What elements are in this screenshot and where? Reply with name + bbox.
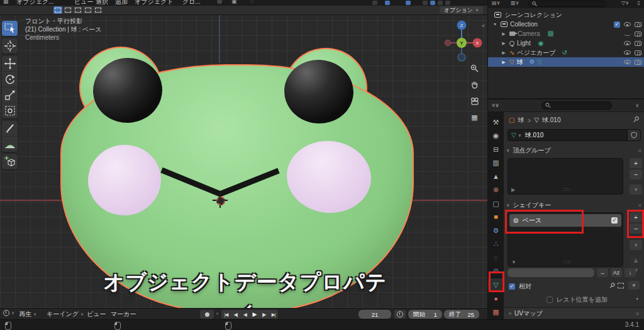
tab-world[interactable]: ⊕: [488, 183, 504, 196]
breadcrumb-object[interactable]: 球: [518, 116, 524, 125]
tool-annotate[interactable]: [2, 121, 18, 137]
outliner-row-collection[interactable]: ▼ Collection ✓: [488, 20, 644, 29]
snap-magnet-icon[interactable]: ▣: [231, 0, 237, 4]
clear-shape-keys-button[interactable]: ×: [628, 281, 640, 290]
filter-dropdown-icon[interactable]: ∨: [635, 103, 639, 108]
panel-grip-icon[interactable]: ≡: [636, 310, 640, 317]
outliner-row-scene-collection[interactable]: シーンコレクション: [488, 10, 644, 20]
resize-grip-icon[interactable]: ∷∷: [564, 187, 571, 193]
editor-type-icon[interactable]: ▤∨: [492, 0, 500, 6]
data-name-field[interactable]: ▽ ∨ 球.010: [508, 129, 641, 141]
show-gizmo-icon[interactable]: [385, 1, 390, 5]
rest-position-checkbox[interactable]: ✓: [547, 297, 553, 303]
tab-modifiers[interactable]: ⚙: [488, 224, 504, 237]
sort-alphabetical-button[interactable]: Az: [611, 268, 622, 277]
menu-object[interactable]: オブジェクト: [135, 0, 173, 6]
perspective-toggle-button[interactable]: ▦: [468, 111, 481, 124]
shape-key-value-slider[interactable]: [508, 268, 594, 277]
shape-keys-panel-header[interactable]: ∨ シェイプキー ≡: [506, 201, 642, 210]
tool-transform[interactable]: [2, 103, 18, 118]
editor-type-icon[interactable]: ≡∨: [492, 102, 499, 108]
outliner-search-input[interactable]: [528, 1, 606, 7]
tab-tool[interactable]: ⚒: [488, 116, 504, 128]
pin-icon[interactable]: [633, 116, 640, 123]
vertex-groups-panel-header[interactable]: ∨ 頂点グループ ≡: [506, 146, 642, 155]
collection-checkbox[interactable]: ✓: [614, 21, 620, 28]
outliner-row-bezier-curve[interactable]: ▶ ∿ ベジエカーブ ↺: [488, 48, 644, 57]
display-mode-icon[interactable]: ▥∨: [511, 0, 519, 6]
tool-move[interactable]: [2, 56, 18, 72]
expand-arrow-icon[interactable]: ▶: [501, 60, 507, 65]
tool-measure[interactable]: [2, 137, 18, 152]
proportional-edit-icon[interactable]: ◌: [250, 0, 253, 4]
render-visibility-icon[interactable]: [635, 22, 641, 27]
jump-to-end-button[interactable]: ▶|: [269, 312, 278, 317]
remove-vertex-group-button[interactable]: −: [630, 169, 642, 179]
tool-cursor[interactable]: [2, 38, 18, 54]
select-mode-new[interactable]: [53, 6, 62, 14]
relative-checkbox[interactable]: ✓: [509, 283, 515, 290]
blend-range-button[interactable]: ↔: [597, 268, 608, 277]
tool-add-cube[interactable]: [2, 154, 18, 169]
select-mode-extend[interactable]: [64, 6, 72, 14]
vertex-group-mask-icon[interactable]: [618, 283, 624, 288]
tab-render[interactable]: ◉: [488, 129, 504, 142]
select-mode-subtract[interactable]: [74, 6, 82, 14]
shading-solid-icon[interactable]: [430, 1, 435, 5]
navigation-gizmo[interactable]: Z X Y: [443, 18, 483, 62]
shading-rendered-icon[interactable]: [445, 1, 450, 5]
tool-scale[interactable]: [2, 88, 18, 103]
menu-select[interactable]: 選択: [96, 0, 108, 6]
shading-material-icon[interactable]: [438, 1, 443, 5]
options-dropdown[interactable]: オプション ∨: [440, 6, 483, 14]
eye-visibility-icon[interactable]: [624, 60, 631, 64]
properties-search-input[interactable]: [541, 101, 612, 110]
use-preview-range-button[interactable]: [394, 310, 406, 319]
tab-view-layer[interactable]: ▥: [488, 156, 504, 169]
select-mode-invert[interactable]: [84, 6, 92, 14]
eye-visibility-icon[interactable]: [624, 50, 631, 55]
panel-grip-icon[interactable]: ≡: [638, 202, 642, 208]
tool-rotate[interactable]: [2, 72, 18, 88]
filter-expand-icon[interactable]: ▼: [511, 259, 516, 265]
render-visibility-icon[interactable]: [635, 60, 641, 65]
expand-arrow-icon[interactable]: ▶: [501, 41, 507, 46]
resize-grip-icon[interactable]: ∷∷: [564, 259, 572, 265]
next-keyframe-button[interactable]: |▶: [259, 312, 269, 317]
move-down-button[interactable]: ↓: [625, 268, 636, 277]
object-visibility-icon[interactable]: [372, 1, 377, 5]
render-visibility-icon[interactable]: [635, 41, 641, 46]
eye-visibility-icon[interactable]: [624, 22, 631, 26]
play-reverse-button[interactable]: ◀: [240, 312, 250, 317]
frame-start-field[interactable]: 開始 1: [408, 310, 442, 319]
menu-timeline-view[interactable]: ビュー: [87, 310, 106, 319]
expand-arrow-icon[interactable]: ▶: [501, 50, 507, 55]
transform-orientation-select[interactable]: グロ...: [182, 0, 201, 6]
auto-keyframe-button[interactable]: [200, 310, 214, 319]
eye-closed-icon[interactable]: [624, 32, 631, 36]
filter-icon[interactable]: ▽∨: [621, 0, 629, 6]
menu-keying[interactable]: キーイング∨: [47, 310, 84, 319]
shading-wireframe-icon[interactable]: [423, 1, 428, 5]
tab-material[interactable]: ●: [488, 292, 504, 305]
menu-marker[interactable]: マーカー: [111, 310, 136, 319]
outliner-row-light[interactable]: ▶ Light ◉: [488, 38, 644, 48]
current-frame-field[interactable]: 21: [358, 310, 391, 319]
3d-viewport[interactable]: フロント・平行投影 (21) Collection | 球 : ベース Cent…: [0, 15, 487, 308]
jump-to-start-button[interactable]: |◀: [221, 312, 231, 317]
menu-view[interactable]: ビュー: [74, 0, 93, 6]
shape-key-specials-button[interactable]: ∨: [630, 240, 642, 250]
tab-particles[interactable]: ∴: [488, 237, 504, 250]
gizmo-minus-z-axis[interactable]: [458, 54, 465, 61]
tab-physics[interactable]: ◌: [488, 251, 504, 264]
tab-collection[interactable]: ▢: [488, 197, 504, 210]
add-vertex-group-button[interactable]: +: [630, 158, 642, 168]
eye-visibility-icon[interactable]: [624, 41, 631, 45]
frame-end-field[interactable]: 終了 25: [444, 310, 479, 319]
fake-user-button[interactable]: [627, 130, 640, 140]
expand-arrow-icon[interactable]: ▼: [492, 22, 498, 26]
panel-grip-icon[interactable]: ≡: [638, 147, 642, 154]
breadcrumb-data[interactable]: 球.010: [542, 116, 560, 125]
menu-playback[interactable]: 再生∨: [19, 310, 36, 319]
play-button[interactable]: ▶: [250, 311, 259, 317]
